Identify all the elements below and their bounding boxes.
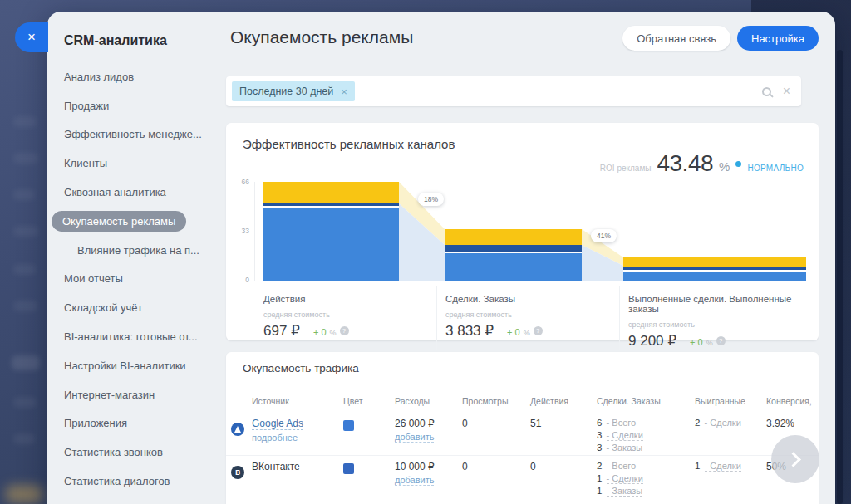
views-value: 0 <box>462 418 468 429</box>
source-label: ВКонтакте <box>252 461 300 472</box>
background-menu-blob <box>13 189 35 200</box>
bar-segment-yellow <box>623 257 806 267</box>
won-cell: 2 - Сделки <box>695 418 741 428</box>
background-menu-blob <box>13 153 38 164</box>
info-icon[interactable] <box>716 336 726 345</box>
expenses-add-link[interactable]: добавить <box>395 432 434 443</box>
background-menu-blob <box>12 355 40 370</box>
filter-tag-remove-icon[interactable]: × <box>341 86 347 98</box>
stage-avg-cost: 9 200 ₽ <box>628 332 676 350</box>
roi-status-badge[interactable]: НОРМАЛЬНО <box>747 164 804 173</box>
stage-subtitle: средняя стоимость <box>445 311 619 319</box>
search-icon[interactable] <box>762 87 771 96</box>
bar-segment-blue <box>263 208 399 281</box>
funnel-bar-completed-deals[interactable] <box>623 257 806 281</box>
filter-input[interactable] <box>355 76 762 106</box>
sidebar-item-end-to-end-analytics[interactable]: Сквозная аналитика <box>47 178 226 207</box>
sidebar-item-dialog-stats[interactable]: Статистика диалогов <box>47 467 226 496</box>
table-scroll-right-button[interactable] <box>771 435 819 483</box>
deal-deals-link[interactable]: - Сделки <box>607 473 643 484</box>
stage-delta: + 0 <box>507 327 520 337</box>
chevron-right-icon <box>785 452 800 467</box>
deal-deals-link[interactable]: - Сделки <box>607 430 643 441</box>
deal-total-label: - Всего <box>607 418 637 428</box>
bar-segment-blue <box>445 253 582 281</box>
page-scrollbar[interactable] <box>837 50 843 504</box>
color-swatch[interactable] <box>343 463 354 474</box>
col-views: Просмотры <box>462 396 509 406</box>
expenses-add-link[interactable]: добавить <box>395 475 434 486</box>
background-menu-blob <box>13 264 36 275</box>
info-icon[interactable] <box>340 326 349 335</box>
close-panel-button[interactable]: × <box>15 22 48 52</box>
row-divider <box>226 455 819 456</box>
source-link[interactable]: Google Ads <box>252 418 303 430</box>
actions-value: 51 <box>530 418 541 429</box>
stage-completed: Выполненные сделки. Выполненные заказы с… <box>619 286 806 350</box>
sidebar-item-call-stats[interactable]: Статистика звонков <box>47 438 226 467</box>
sidebar-item-apps[interactable]: Приложения <box>47 409 226 438</box>
col-conversion: Конверсия, <box>766 396 812 406</box>
sidebar-menu: Анализ лидов Продажи Эффективность менед… <box>47 62 226 496</box>
background-menu-blob <box>13 116 37 127</box>
sidebar-item-bi-settings[interactable]: Настройки BI-аналитики <box>47 351 226 380</box>
roi-label: ROI рекламы <box>600 164 652 173</box>
google-ads-icon <box>231 423 244 436</box>
deal-orders-link[interactable]: - Заказы <box>607 486 642 497</box>
funnel-stage-labels: Действия средняя стоимость 697 ₽ + 0 % С… <box>255 286 806 350</box>
won-link[interactable]: - Сделки <box>705 418 741 428</box>
stage-actions: Действия средняя стоимость 697 ₽ + 0 % <box>255 286 436 350</box>
sidebar-item-warehouse[interactable]: Складской учёт <box>47 293 226 322</box>
settings-button[interactable]: Настройка <box>737 26 819 51</box>
won-num: 2 <box>695 418 700 428</box>
won-link[interactable]: - Сделки <box>705 461 741 472</box>
bar-segment-blue <box>623 272 806 281</box>
feedback-button[interactable]: Обратная связь <box>622 26 730 51</box>
y-tick-33: 33 <box>229 227 249 235</box>
stage-delta: + 0 <box>313 327 327 337</box>
sidebar-item-online-store[interactable]: Интернет-магазин <box>47 380 226 409</box>
stage-name: Действия <box>263 294 436 304</box>
sidebar-item-manager-efficiency[interactable]: Эффективность менедже... <box>47 120 226 149</box>
sidebar-item-sales[interactable]: Продажи <box>47 91 226 120</box>
y-axis-line <box>254 182 255 281</box>
active-item-pill: Окупаемость рекламы <box>52 211 186 232</box>
sidebar-item-clients[interactable]: Клиенты <box>47 149 226 178</box>
stage-avg-cost: 697 ₽ <box>263 322 300 340</box>
sidebar-item-my-reports[interactable]: Мои отчеты <box>47 265 226 294</box>
deal-orders-num: 1 <box>597 486 602 496</box>
deal-orders-link[interactable]: - Заказы <box>607 443 642 453</box>
roi-indicator: ROI рекламы 43.48 % НОРМАЛЬНО <box>600 150 804 177</box>
x-axis-line <box>254 281 806 281</box>
sidebar-item-lead-analysis[interactable]: Анализ лидов <box>47 62 226 91</box>
bar-segment-navy <box>445 245 582 252</box>
funnel-bar-deals-orders[interactable] <box>445 229 582 281</box>
sidebar-item-ad-payback-active[interactable]: Окупаемость рекламы <box>47 207 226 236</box>
bar-segment-yellow <box>263 182 399 203</box>
filter-tag-period[interactable]: Последние 30 дней × <box>232 81 355 101</box>
col-source: Источник <box>252 396 289 406</box>
sidebar-item-bi-ready-reports[interactable]: BI-аналитика: готовые от... <box>47 322 226 351</box>
status-dot-icon <box>735 161 741 167</box>
color-swatch[interactable] <box>343 420 354 431</box>
stage-subtitle: средняя стоимость <box>263 311 436 319</box>
funnel-bar-actions[interactable] <box>263 182 399 281</box>
header-buttons: Обратная связь Настройка <box>622 26 819 51</box>
sidebar-item-traffic-influence[interactable]: Влияние трафика на п... <box>47 236 226 265</box>
col-expenses: Расходы <box>395 396 430 406</box>
y-tick-0: 0 <box>229 276 249 284</box>
deal-deals-num: 1 <box>597 473 602 483</box>
background-menu-blob <box>13 397 37 408</box>
deal-total-num: 2 <box>597 461 602 471</box>
expenses-value: 10 000 ₽ <box>395 461 435 472</box>
roi-unit: % <box>719 159 730 174</box>
info-icon[interactable] <box>534 326 543 335</box>
clear-filter-icon[interactable]: × <box>783 85 790 98</box>
col-deals-orders: Сделки. Заказы <box>597 396 661 406</box>
stage-delta: + 0 <box>690 337 703 347</box>
conversion-pill-1: 18% <box>418 193 444 206</box>
deals-cell: 6 - Всего 3 - Сделки 3 - Заказы <box>597 418 643 453</box>
background-menu-blob <box>13 301 37 311</box>
views-value: 0 <box>462 461 468 472</box>
source-details-link[interactable]: подробнее <box>252 433 298 443</box>
